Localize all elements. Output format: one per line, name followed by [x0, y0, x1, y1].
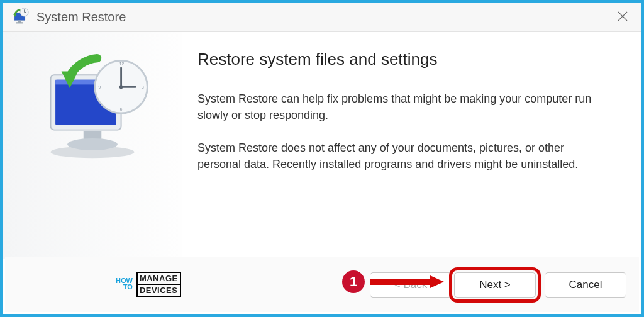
- content-pane: Restore system files and settings System…: [182, 32, 641, 259]
- svg-text:3: 3: [142, 85, 144, 89]
- watermark-logo: HOW TO MANAGE DEVICES: [116, 272, 181, 297]
- window-title: System Restore: [36, 10, 126, 25]
- left-illustration-pane: 12 3 6 9: [3, 32, 182, 259]
- svg-point-11: [67, 138, 118, 150]
- svg-rect-1: [18, 21, 21, 23]
- svg-text:12: 12: [119, 62, 125, 66]
- watermark-to: TO: [123, 284, 133, 291]
- titlebar: System Restore: [3, 3, 641, 31]
- cancel-button[interactable]: Cancel: [545, 272, 626, 298]
- system-restore-icon: [11, 8, 30, 26]
- content-body: 12 3 6 9 Restore system files and settin…: [3, 32, 641, 259]
- watermark-devices: DEVICES: [136, 284, 181, 297]
- svg-text:6: 6: [120, 107, 123, 111]
- watermark-manage: MANAGE: [136, 272, 181, 285]
- paragraph-1: System Restore can help fix problems tha…: [197, 91, 600, 123]
- svg-marker-25: [430, 275, 444, 288]
- close-button[interactable]: [615, 9, 630, 24]
- annotation-arrow-icon: [370, 275, 444, 288]
- page-heading: Restore system files and settings: [197, 50, 616, 69]
- footer-button-bar: < Back Next > Cancel: [5, 257, 639, 312]
- svg-text:9: 9: [99, 85, 101, 89]
- window-frame: System Restore 12: [0, 0, 644, 317]
- next-button[interactable]: Next >: [454, 272, 536, 298]
- svg-rect-2: [16, 22, 23, 23]
- paragraph-2: System Restore does not affect any of yo…: [197, 140, 600, 172]
- annotation-step-badge: 1: [342, 270, 365, 293]
- restore-illustration-icon: 12 3 6 9: [33, 53, 152, 160]
